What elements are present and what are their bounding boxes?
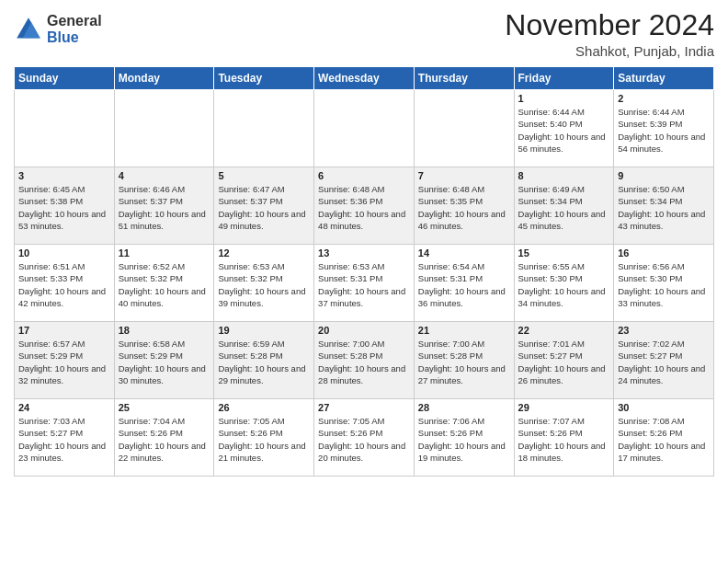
- calendar-header-thursday: Thursday: [414, 67, 514, 90]
- day-number: 10: [18, 247, 110, 259]
- logo-icon: [14, 15, 43, 44]
- day-info: Sunrise: 6:53 AMSunset: 5:32 PMDaylight:…: [218, 260, 310, 309]
- calendar-cell: 20Sunrise: 7:00 AMSunset: 5:28 PMDayligh…: [314, 322, 415, 399]
- day-number: 22: [518, 325, 610, 336]
- day-info: Sunrise: 7:00 AMSunset: 5:28 PMDaylight:…: [418, 338, 510, 386]
- day-info: Sunrise: 6:44 AMSunset: 5:40 PMDaylight:…: [518, 106, 610, 155]
- day-number: 1: [518, 93, 610, 104]
- calendar-cell: [314, 90, 415, 167]
- calendar-cell: 25Sunrise: 7:04 AMSunset: 5:26 PMDayligh…: [114, 399, 214, 477]
- day-info: Sunrise: 7:08 AMSunset: 5:26 PMDaylight:…: [618, 415, 710, 464]
- calendar-header-friday: Friday: [514, 67, 614, 90]
- day-info: Sunrise: 6:47 AMSunset: 5:37 PMDaylight:…: [218, 183, 310, 232]
- calendar-header-row: SundayMondayTuesdayWednesdayThursdayFrid…: [15, 67, 714, 90]
- day-info: Sunrise: 6:45 AMSunset: 5:38 PMDaylight:…: [18, 183, 110, 232]
- day-number: 15: [518, 247, 610, 259]
- day-info: Sunrise: 6:56 AMSunset: 5:30 PMDaylight:…: [618, 260, 710, 309]
- calendar-header-saturday: Saturday: [614, 67, 714, 90]
- calendar-cell: 4Sunrise: 6:46 AMSunset: 5:37 PMDaylight…: [114, 167, 214, 245]
- calendar-header-wednesday: Wednesday: [314, 67, 415, 90]
- day-info: Sunrise: 6:53 AMSunset: 5:31 PMDaylight:…: [318, 260, 410, 309]
- calendar-cell: 2Sunrise: 6:44 AMSunset: 5:39 PMDaylight…: [614, 90, 714, 167]
- day-info: Sunrise: 6:48 AMSunset: 5:35 PMDaylight:…: [418, 183, 510, 232]
- day-info: Sunrise: 7:04 AMSunset: 5:26 PMDaylight:…: [119, 415, 210, 464]
- day-number: 21: [418, 325, 510, 336]
- day-number: 3: [18, 170, 110, 181]
- month-title: November 2024: [505, 9, 714, 41]
- logo-blue-text: Blue: [47, 29, 102, 46]
- calendar-cell: 7Sunrise: 6:48 AMSunset: 5:35 PMDaylight…: [414, 167, 514, 245]
- day-info: Sunrise: 6:49 AMSunset: 5:34 PMDaylight:…: [518, 183, 610, 232]
- day-number: 4: [119, 170, 210, 181]
- calendar-cell: 27Sunrise: 7:05 AMSunset: 5:26 PMDayligh…: [314, 399, 415, 477]
- calendar-cell: 8Sunrise: 6:49 AMSunset: 5:34 PMDaylight…: [514, 167, 614, 245]
- calendar-week-4: 17Sunrise: 6:57 AMSunset: 5:29 PMDayligh…: [15, 322, 714, 399]
- day-number: 6: [318, 170, 410, 181]
- day-number: 14: [418, 247, 510, 259]
- calendar-week-1: 1Sunrise: 6:44 AMSunset: 5:40 PMDaylight…: [15, 90, 714, 167]
- day-number: 24: [18, 402, 110, 413]
- day-number: 7: [418, 170, 510, 181]
- calendar-cell: 21Sunrise: 7:00 AMSunset: 5:28 PMDayligh…: [414, 322, 514, 399]
- page: General Blue November 2024 Shahkot, Punj…: [0, 0, 728, 563]
- calendar-cell: 1Sunrise: 6:44 AMSunset: 5:40 PMDaylight…: [514, 90, 614, 167]
- calendar-cell: 9Sunrise: 6:50 AMSunset: 5:34 PMDaylight…: [614, 167, 714, 245]
- calendar-cell: 16Sunrise: 6:56 AMSunset: 5:30 PMDayligh…: [614, 245, 714, 322]
- day-info: Sunrise: 6:44 AMSunset: 5:39 PMDaylight:…: [618, 106, 710, 155]
- calendar-cell: 3Sunrise: 6:45 AMSunset: 5:38 PMDaylight…: [15, 167, 115, 245]
- day-number: 25: [119, 402, 210, 413]
- calendar-cell: 22Sunrise: 7:01 AMSunset: 5:27 PMDayligh…: [514, 322, 614, 399]
- day-info: Sunrise: 6:54 AMSunset: 5:31 PMDaylight:…: [418, 260, 510, 309]
- calendar-cell: 13Sunrise: 6:53 AMSunset: 5:31 PMDayligh…: [314, 245, 415, 322]
- day-number: 19: [218, 325, 310, 336]
- day-number: 11: [119, 247, 210, 259]
- calendar-cell: 23Sunrise: 7:02 AMSunset: 5:27 PMDayligh…: [614, 322, 714, 399]
- day-info: Sunrise: 6:59 AMSunset: 5:28 PMDaylight:…: [218, 338, 310, 386]
- calendar-cell: 5Sunrise: 6:47 AMSunset: 5:37 PMDaylight…: [214, 167, 314, 245]
- day-info: Sunrise: 7:05 AMSunset: 5:26 PMDaylight:…: [318, 415, 410, 464]
- day-info: Sunrise: 7:06 AMSunset: 5:26 PMDaylight:…: [418, 415, 510, 464]
- day-info: Sunrise: 7:07 AMSunset: 5:26 PMDaylight:…: [518, 415, 610, 464]
- calendar-cell: [15, 90, 115, 167]
- logo-text: General Blue: [47, 13, 102, 45]
- calendar-cell: 24Sunrise: 7:03 AMSunset: 5:27 PMDayligh…: [15, 399, 115, 477]
- day-info: Sunrise: 7:00 AMSunset: 5:28 PMDaylight:…: [318, 338, 410, 386]
- calendar-cell: 26Sunrise: 7:05 AMSunset: 5:26 PMDayligh…: [214, 399, 314, 477]
- calendar-cell: [114, 90, 214, 167]
- logo: General Blue: [14, 13, 102, 45]
- calendar-table: SundayMondayTuesdayWednesdayThursdayFrid…: [14, 66, 714, 477]
- day-number: 17: [18, 325, 110, 336]
- day-info: Sunrise: 7:05 AMSunset: 5:26 PMDaylight:…: [218, 415, 310, 464]
- calendar-cell: 11Sunrise: 6:52 AMSunset: 5:32 PMDayligh…: [114, 245, 214, 322]
- calendar-week-5: 24Sunrise: 7:03 AMSunset: 5:27 PMDayligh…: [15, 399, 714, 477]
- logo-general-text: General: [47, 13, 102, 29]
- day-info: Sunrise: 7:03 AMSunset: 5:27 PMDaylight:…: [18, 415, 110, 464]
- calendar-cell: 29Sunrise: 7:07 AMSunset: 5:26 PMDayligh…: [514, 399, 614, 477]
- calendar-cell: 6Sunrise: 6:48 AMSunset: 5:36 PMDaylight…: [314, 167, 415, 245]
- calendar-cell: [414, 90, 514, 167]
- day-info: Sunrise: 7:02 AMSunset: 5:27 PMDaylight:…: [618, 338, 710, 386]
- calendar-week-2: 3Sunrise: 6:45 AMSunset: 5:38 PMDaylight…: [15, 167, 714, 245]
- calendar-cell: 10Sunrise: 6:51 AMSunset: 5:33 PMDayligh…: [15, 245, 115, 322]
- day-number: 26: [218, 402, 310, 413]
- calendar-cell: 19Sunrise: 6:59 AMSunset: 5:28 PMDayligh…: [214, 322, 314, 399]
- calendar-cell: 14Sunrise: 6:54 AMSunset: 5:31 PMDayligh…: [414, 245, 514, 322]
- location: Shahkot, Punjab, India: [505, 43, 714, 59]
- day-number: 29: [518, 402, 610, 413]
- day-info: Sunrise: 6:51 AMSunset: 5:33 PMDaylight:…: [18, 260, 110, 309]
- calendar-cell: 28Sunrise: 7:06 AMSunset: 5:26 PMDayligh…: [414, 399, 514, 477]
- calendar-cell: 12Sunrise: 6:53 AMSunset: 5:32 PMDayligh…: [214, 245, 314, 322]
- calendar-cell: 30Sunrise: 7:08 AMSunset: 5:26 PMDayligh…: [614, 399, 714, 477]
- day-info: Sunrise: 6:55 AMSunset: 5:30 PMDaylight:…: [518, 260, 610, 309]
- day-number: 9: [618, 170, 710, 181]
- day-number: 5: [218, 170, 310, 181]
- calendar-header-sunday: Sunday: [15, 67, 115, 90]
- header: General Blue November 2024 Shahkot, Punj…: [14, 9, 714, 59]
- day-number: 8: [518, 170, 610, 181]
- day-info: Sunrise: 6:48 AMSunset: 5:36 PMDaylight:…: [318, 183, 410, 232]
- day-info: Sunrise: 6:52 AMSunset: 5:32 PMDaylight:…: [119, 260, 210, 309]
- day-info: Sunrise: 6:58 AMSunset: 5:29 PMDaylight:…: [119, 338, 210, 386]
- day-number: 28: [418, 402, 510, 413]
- day-number: 23: [618, 325, 710, 336]
- day-info: Sunrise: 7:01 AMSunset: 5:27 PMDaylight:…: [518, 338, 610, 386]
